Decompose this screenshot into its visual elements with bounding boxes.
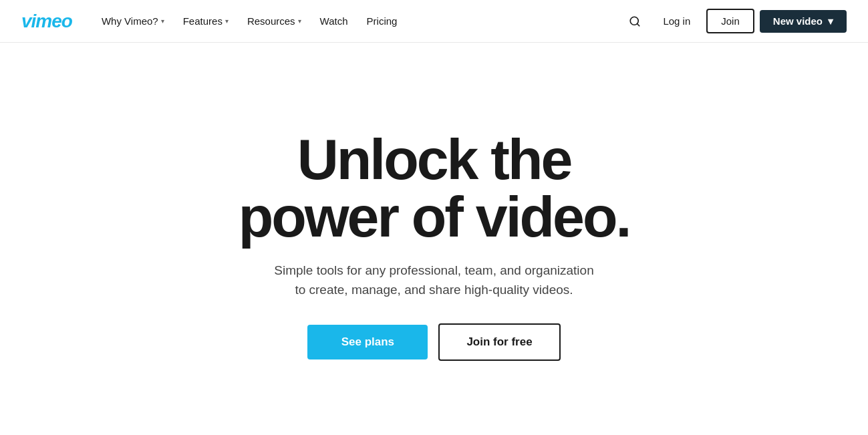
hero-subtitle: Simple tools for any professional, team,… <box>274 261 593 299</box>
navbar: vimeo Why Vimeo? ▾ Features ▾ Resources … <box>0 0 868 43</box>
svg-line-1 <box>637 23 639 25</box>
nav-item-resources[interactable]: Resources ▾ <box>239 10 309 32</box>
nav-right: Log in Join New video ▾ <box>623 9 847 33</box>
nav-item-features[interactable]: Features ▾ <box>175 10 237 32</box>
login-button[interactable]: Log in <box>652 10 701 32</box>
hero-title: Unlock the power of video. <box>239 130 630 245</box>
nav-item-watch[interactable]: Watch <box>312 10 356 32</box>
logo[interactable]: vimeo <box>21 11 72 32</box>
nav-item-why-vimeo[interactable]: Why Vimeo? ▾ <box>94 10 172 32</box>
chevron-down-icon: ▾ <box>298 17 301 25</box>
chevron-down-icon: ▾ <box>828 15 833 27</box>
chevron-down-icon: ▾ <box>225 17 229 25</box>
hero-buttons: See plans Join for free <box>307 323 560 361</box>
hero-section: Unlock the power of video. Simple tools … <box>0 43 868 435</box>
new-video-button[interactable]: New video ▾ <box>760 10 847 33</box>
join-button[interactable]: Join <box>706 9 754 33</box>
search-button[interactable] <box>623 9 647 33</box>
nav-links: Why Vimeo? ▾ Features ▾ Resources ▾ Watc… <box>94 10 623 32</box>
see-plans-button[interactable]: See plans <box>307 325 428 359</box>
search-icon <box>629 15 641 27</box>
nav-item-pricing[interactable]: Pricing <box>359 10 406 32</box>
join-free-button[interactable]: Join for free <box>438 323 560 361</box>
logo-text: vimeo <box>21 11 72 32</box>
chevron-down-icon: ▾ <box>161 17 164 25</box>
